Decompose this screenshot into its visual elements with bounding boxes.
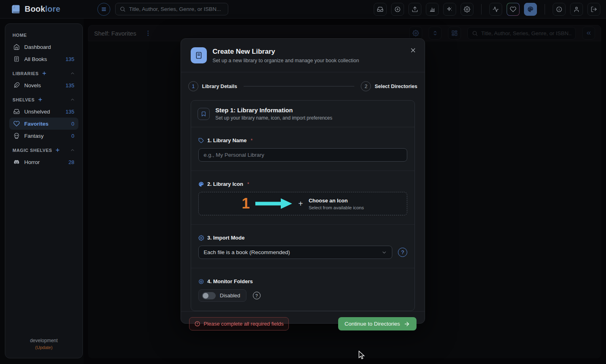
discord-icon [13,159,20,165]
journal-icon [13,56,20,62]
chevron-up-icon[interactable] [70,97,75,102]
divider [481,4,482,15]
close-button[interactable] [410,47,417,54]
brand-name: Booklore [25,4,60,14]
topbar-actions [374,3,600,16]
sidebar-item-label: Horror [24,159,40,165]
annotation-arrow-icon [255,198,292,209]
chevron-up-icon[interactable] [70,71,75,76]
sidebar-item-dashboard[interactable]: Dashboard [9,41,78,53]
menu-button[interactable] [97,3,110,16]
sidebar-section-shelves: SHELVES Unshelved 135 Favorites 0 Fantas… [9,95,78,142]
choose-icon-subtitle: Select from available icons [309,205,364,210]
stats-icon [429,6,436,13]
settings-icon [198,235,204,241]
library-info-card: Step 1: Library Information Set up your … [191,100,415,311]
heart-icon [510,6,516,13]
brand-part2: lore [45,4,60,13]
card-title: Step 1: Library Information [215,107,332,114]
add-library-icon[interactable] [42,71,47,76]
home-icon [13,44,20,50]
sidebar-item-all-books[interactable]: All Books 135 [9,53,78,65]
sidebar-item-novels[interactable]: Novels 135 [9,79,78,91]
continue-button[interactable]: Continue to Directories [338,317,417,330]
library-book-icon [191,47,207,63]
sidebar-item-fantasy[interactable]: Fantasy 0 [9,130,78,142]
section-title-libraries: LIBRARIES [13,71,39,76]
sidebar-item-label: Fantasy [24,133,44,139]
sidebar-item-horror[interactable]: Horror 28 [9,156,78,168]
brand[interactable]: Booklore [11,4,60,15]
sidebar-item-unshelved[interactable]: Unshelved 135 [9,105,78,118]
sidebar-section-magic-shelves: MAGIC SHELVES Horror 28 [9,146,78,168]
sidebar-item-label: Dashboard [24,44,51,50]
item-count: 135 [65,82,74,88]
toggle-state-label: Disabled [220,292,240,299]
import-mode-help-icon[interactable]: ? [398,248,407,257]
library-name-label: 1. Library Name [207,137,247,143]
item-count: 28 [69,159,74,165]
sidebar-item-favorites[interactable]: Favorites 0 [9,118,78,130]
inbox-button[interactable] [374,3,387,16]
add-shelf-icon[interactable] [38,97,43,102]
inbox-icon [377,6,383,13]
brand-part1: Book [25,4,45,13]
add-magic-shelf-icon[interactable] [55,147,60,153]
settings-button[interactable] [461,3,473,16]
booklore-app: Booklore HOME [0,0,606,364]
library-name-input[interactable] [198,148,407,162]
menu-icon [101,6,107,13]
library-icon-section: 2. Library Icon * 1 + Choose an Icon Sel… [191,171,415,225]
section-title-magic-shelves: MAGIC SHELVES [13,148,52,153]
settings-icon [464,6,470,13]
monitor-folders-section: 4. Monitor Folders Disabled ? [191,268,415,311]
inbox-icon [13,108,20,115]
modal-footer: Please complete all required fields Cont… [181,311,425,336]
choose-icon-button[interactable]: 1 + Choose an Icon Select from available… [198,192,407,215]
magic-button[interactable] [443,3,456,16]
favorites-button[interactable] [507,3,520,16]
sidebar-section-libraries: LIBRARIES Novels 135 [9,69,78,91]
bookmark-icon [198,108,210,120]
sidebar-section-home: HOME Dashboard All Books 135 [9,31,78,65]
chevron-up-icon[interactable] [70,147,75,153]
step-2-circle: 2 [361,81,371,91]
item-count: 135 [65,56,74,62]
heart-icon [13,120,20,127]
info-icon [556,6,562,13]
step-1-circle: 1 [188,81,198,91]
theme-palette-icon [527,6,534,13]
sidebar-item-label: Novels [24,82,41,88]
global-search-input[interactable] [129,6,224,12]
stats-button[interactable] [426,3,439,16]
user-button[interactable] [570,3,583,16]
info-button[interactable] [553,3,566,16]
logout-button[interactable] [587,3,600,16]
library-icon-label: 2. Library Icon [207,181,243,187]
monitor-folders-label: 4. Monitor Folders [207,278,253,284]
monitor-help-icon[interactable]: ? [253,292,261,299]
upload-icon [412,6,418,13]
user-icon [573,6,580,13]
step-connector [244,86,355,86]
theme-button[interactable] [524,3,537,16]
update-link[interactable]: (Update) [9,345,78,350]
chevron-down-icon [381,250,387,255]
upload-button[interactable] [408,3,421,16]
logout-icon [591,6,597,13]
tag-icon [198,138,204,143]
arrow-right-icon [404,321,410,327]
activity-button[interactable] [489,3,502,16]
sidebar-footer: development (Update) [9,338,78,352]
alert-circle-icon [194,321,200,327]
import-mode-select[interactable]: Each file is a book (Recommended) [198,246,392,259]
validation-error-text: Please complete all required fields [204,321,284,327]
monitor-toggle[interactable]: Disabled [198,289,246,302]
monitor-disc-icon [198,279,204,284]
step-2-label: Select Directories [375,84,417,89]
add-book-button[interactable] [391,3,404,16]
section-title-home: HOME [13,33,27,38]
import-mode-value: Each file is a book (Recommended) [204,249,290,255]
environment-label: development [9,338,78,343]
required-marker: * [247,181,249,187]
